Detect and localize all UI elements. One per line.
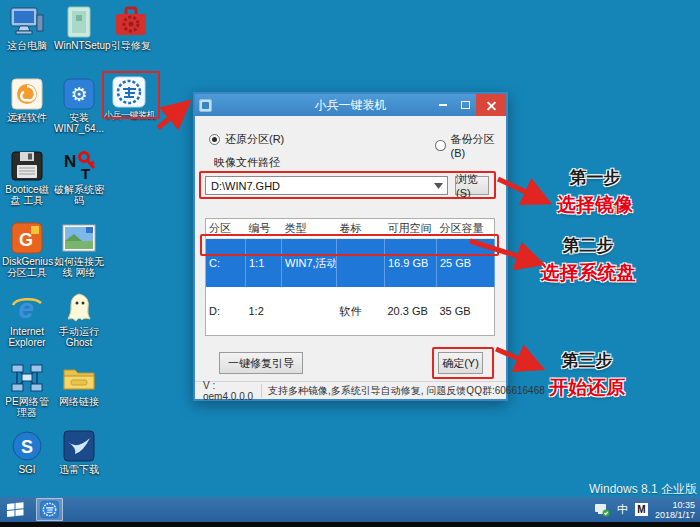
desktop-icon-nt-password[interactable]: N T 破解系统密码 [54,150,104,206]
desktop-icon-label: 这台电脑 [2,40,52,51]
xiaobing-installer-icon [111,76,147,108]
desktop-icon-label: 远程软件 [2,112,52,123]
nt-key-icon: N T [61,150,97,182]
browse-button[interactable]: 浏览(S) [455,176,489,195]
desktop-icon-pe-network[interactable]: PE网络管理器 [2,362,52,418]
maximize-button[interactable] [454,94,476,116]
step-label: 第一步 [540,166,650,189]
desktop-icon-label: SGI [2,464,52,475]
col-header: 类型 [282,219,337,239]
installer-dialog-window: 小兵一键装机 还原分区(R) 备份分区(B) 映像文件路径 D:\WIN7.GH… [193,92,508,401]
desktop-icon-thunder[interactable]: 迅雷下载 [54,430,104,475]
remote-software-icon [9,78,45,110]
computer-icon [9,6,45,38]
desktop-icon-label: 引导修复 [106,40,156,51]
image-path-value: D:\WIN7.GHD [211,180,434,192]
table-row-c-drive[interactable]: C: 1:1 WIN7,活动 16.9 GB 25 GB [206,239,495,288]
windows-watermark: Windows 8.1 企业版 [589,481,697,498]
col-header: 可用空间 [385,219,437,239]
desktop-icon-xiaobing-installer[interactable]: 小兵一键装机 [104,76,154,121]
desktop-icon-label: 迅雷下载 [54,464,104,475]
close-button[interactable] [476,94,506,116]
letter-n: N [64,152,76,171]
annotation-step2: 第二步 选择系统盘 [528,234,648,286]
radio-unselected-icon [435,140,446,151]
desktop-icon-label: 手动运行 Ghost [54,326,104,348]
ghost-icon [61,292,97,324]
install-win7-icon: ⚙ [61,78,97,110]
letter-t: T [81,165,90,182]
folder-icon [61,362,97,394]
boot-repair-icon [113,6,149,38]
taskbar-app-xiaobing[interactable] [36,498,63,521]
action-label: 开始还原 [532,375,642,401]
desktop-icon-internet-explorer[interactable]: e Internet Explorer [2,292,52,348]
desktop-icon-this-pc[interactable]: 这台电脑 [2,6,52,51]
desktop-icon-label: 如何连接无线 网络 [54,256,104,278]
dialog-titlebar[interactable]: 小兵一键装机 [195,94,506,116]
minimize-icon [439,104,447,106]
desktop-icon-sgi[interactable]: S SGI [2,430,52,475]
step-label: 第二步 [528,234,648,257]
col-header: 卷标 [337,219,385,239]
desktop-icon-label: PE网络管理器 [2,396,52,418]
col-header: 分区 [206,219,246,239]
desktop-icon-winntsetup[interactable]: WinNTSetup [54,6,104,51]
desktop-icon-remote-software[interactable]: 远程软件 [2,78,52,123]
windows-logo-icon [7,502,24,517]
desktop-icon-wireless-help[interactable]: 如何连接无线 网络 [54,222,104,278]
desktop-icon-label: 安装 WIN7_64... [54,112,104,134]
sgi-icon: S [9,430,45,462]
desktop-icon-install-win7[interactable]: ⚙ 安装 WIN7_64... [54,78,104,134]
radio-backup-partition[interactable]: 备份分区(B) [435,132,506,159]
ok-button[interactable]: 确定(Y) [438,352,483,374]
maximize-icon [461,101,470,109]
desktop-icon-label: 破解系统密码 [54,184,104,206]
step-label: 第三步 [532,349,642,372]
network-icon[interactable] [594,503,610,517]
radio-backup-label: 备份分区(B) [451,132,506,159]
annotation-step3: 第三步 开始还原 [532,349,642,401]
start-button[interactable] [0,497,30,522]
desktop-icon-label: Internet Explorer [2,326,52,348]
table-row-d-drive[interactable]: D: 1:2 软件 20.3 GB 35 GB [206,287,495,336]
radio-selected-icon [209,134,220,145]
svg-text:S: S [21,437,33,457]
partition-table-header: 分区 编号 类型 卷标 可用空间 分区容量 [206,219,495,239]
network-nodes-icon [9,362,45,394]
gear-glyph: ⚙ [70,84,87,105]
col-header: 编号 [246,219,282,239]
repair-boot-button[interactable]: 一键修复引导 [219,352,303,374]
ime-mode-indicator[interactable]: M [635,503,648,516]
desktop-icon-label: DiskGenius 分区工具 [2,256,52,278]
minimize-button[interactable] [432,94,454,116]
taskbar-clock[interactable]: 10:35 2018/1/17 [655,500,698,520]
svg-text:e: e [18,293,34,324]
winntsetup-icon [61,6,97,38]
floppy-disk-icon [9,150,45,182]
desktop-icon-bootice[interactable]: Bootice磁盘 工具 [2,150,52,206]
screen-bottom-strip [0,522,700,527]
close-icon [487,101,496,110]
chevron-down-icon [434,183,443,189]
desktop-icon-ghost[interactable]: 手动运行 Ghost [54,292,104,348]
clock-time: 10:35 [655,500,695,510]
desktop-icon-label: 小兵一键装机 [104,110,154,121]
ie-icon: e [9,292,45,324]
radio-restore-label: 还原分区(R) [225,132,284,147]
status-text: 支持多种镜像,多系统引导自动修复, 问题反馈QQ群:606616468 [261,384,551,398]
image-path-combobox[interactable]: D:\WIN7.GHD [205,176,448,195]
desktop-icon-diskgenius[interactable]: G DiskGenius 分区工具 [2,222,52,278]
action-label: 选择镜像 [540,192,650,218]
action-label: 选择系统盘 [528,260,648,286]
desktop-icon-boot-repair[interactable]: 引导修复 [106,6,156,51]
partition-table[interactable]: 分区 编号 类型 卷标 可用空间 分区容量 C: 1:1 WIN7,活动 16.… [205,218,495,336]
xiaobing-installer-icon [40,500,59,519]
desktop-icon-network-link[interactable]: 网络链接 [54,362,104,407]
dialog-statusbar: V : oem4.0.0.0 支持多种镜像,多系统引导自动修复, 问题反馈QQ群… [195,381,506,399]
desktop-icon-label: Bootice磁盘 工具 [2,184,52,206]
radio-restore-partition[interactable]: 还原分区(R) [209,132,284,147]
desktop-icon-label: WinNTSetup [54,40,104,51]
input-language-indicator[interactable]: 中 [617,502,628,517]
version-text: V : oem4.0.0.0 [195,380,261,402]
